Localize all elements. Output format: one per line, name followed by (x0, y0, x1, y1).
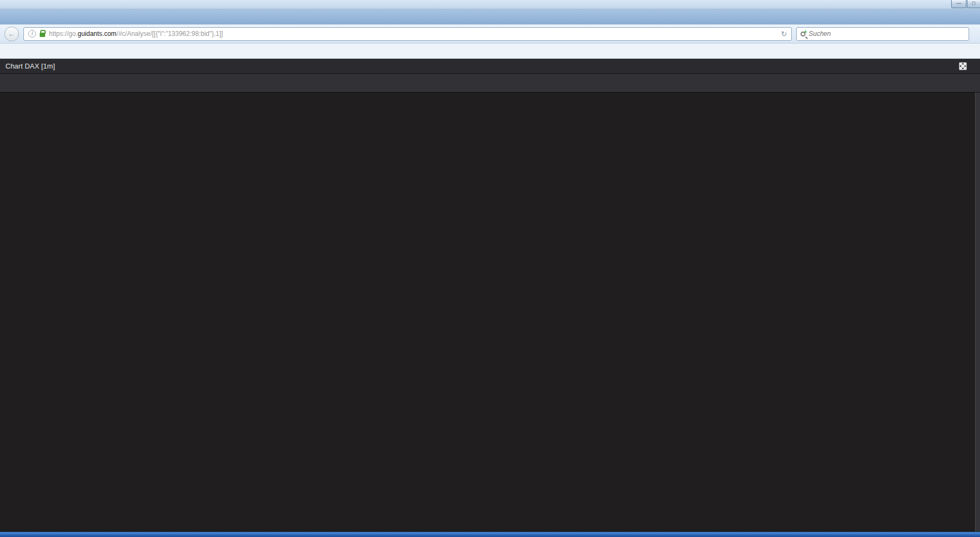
search-bar[interactable]: + (796, 27, 969, 41)
window-titlebar: — □ (0, 0, 980, 9)
window-controls: — □ (951, 0, 980, 8)
ssl-lock-icon[interactable] (40, 33, 45, 37)
maximize-button[interactable]: □ (967, 0, 980, 8)
back-button[interactable]: ← (4, 27, 19, 41)
url-bar[interactable]: i https://go.guidants.com/#c/Analyse/[[{… (23, 27, 792, 41)
price-chart-canvas[interactable] (0, 92, 980, 532)
guidants-chart-widget: Chart DAX [1m] (0, 59, 980, 537)
chart-toolbar (0, 74, 980, 92)
search-add-icon: + (804, 29, 807, 35)
taskbar-strip (0, 532, 980, 537)
axis-gutter[interactable] (975, 92, 980, 532)
chart-widget-titlebar: Chart DAX [1m] (0, 59, 980, 74)
minimize-button[interactable]: — (951, 0, 966, 8)
tab-bar (0, 9, 980, 24)
chart-title: Chart DAX [1m] (5, 62, 55, 70)
desktop: — □ ← i https://go.guidants.com/#c/Analy… (0, 0, 980, 537)
reload-icon[interactable]: ↻ (781, 30, 787, 38)
expand-icon[interactable] (959, 62, 967, 70)
bookmarks-toolbar (0, 44, 980, 59)
url-text[interactable]: https://go.guidants.com/#c/Analyse/[[{"i… (49, 30, 777, 38)
chart-area[interactable] (0, 92, 980, 537)
search-input[interactable] (809, 30, 965, 38)
navigation-toolbar: ← i https://go.guidants.com/#c/Analyse/[… (0, 24, 980, 44)
page-info-icon[interactable]: i (28, 30, 36, 38)
